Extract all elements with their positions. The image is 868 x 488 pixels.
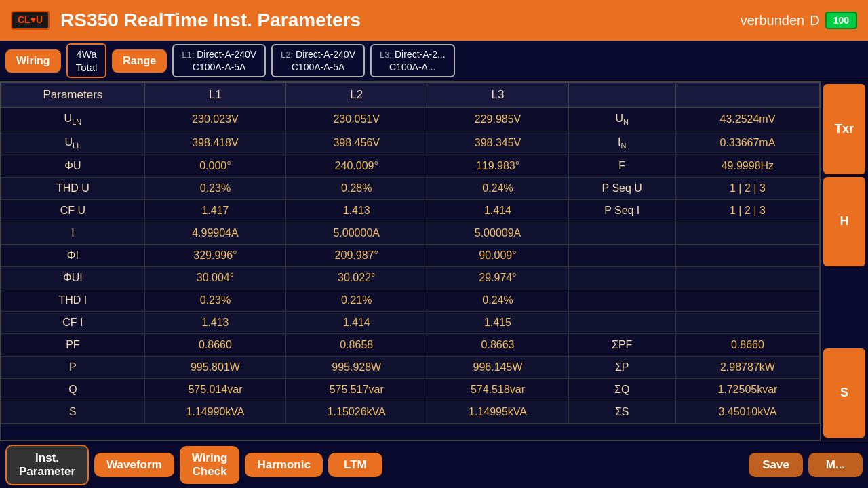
s-button[interactable]: S: [823, 348, 865, 439]
table-row: S 1.14990kVA 1.15026kVA 1.14995kVA ΣS 3.…: [1, 401, 820, 424]
param-name: ΦUI: [1, 267, 145, 289]
l2-channel-box: L2: Direct-A-240V C100A-A-5A: [271, 44, 365, 77]
col-l2: L2: [286, 83, 427, 108]
extra-value: [675, 312, 819, 334]
table-row: ΦI 329.996° 209.987° 90.009°: [1, 245, 820, 267]
l2-value-line2: C100A-A-5A: [292, 62, 345, 73]
table-body: ULN 230.023V 230.051V 229.985V UN 43.252…: [1, 108, 820, 424]
right-panel: Txr H S: [821, 81, 868, 441]
param-name: ULN: [1, 108, 145, 131]
table-row: THD I 0.23% 0.21% 0.24%: [1, 289, 820, 312]
extra-value: 49.9998Hz: [675, 155, 819, 178]
extra-label: P Seq I: [568, 200, 675, 222]
param-name: Q: [1, 379, 145, 401]
col-parameters: Parameters: [1, 83, 145, 108]
table-row: ULN 230.023V 230.051V 229.985V UN 43.252…: [1, 108, 820, 131]
param-name: I: [1, 222, 145, 245]
l2-value: 1.15026kVA: [286, 401, 427, 424]
l1-value: 1.14990kVA: [144, 401, 285, 424]
more-button[interactable]: M...: [808, 453, 863, 477]
l1-channel-box: L1: Direct-A-240V C100A-A-5A: [172, 44, 266, 77]
l2-value: 5.00000A: [286, 222, 427, 245]
txr-button[interactable]: Txr: [823, 84, 865, 174]
extra-value: 0.8660: [675, 334, 819, 357]
l3-value: 29.974°: [427, 267, 568, 289]
l1-value-line2: C100A-A-5A: [193, 62, 246, 73]
table-row: THD U 0.23% 0.28% 0.24% P Seq U 1 | 2 | …: [1, 178, 820, 200]
battery-indicator: 100: [825, 12, 857, 29]
l1-value: 0.23%: [144, 178, 285, 200]
l1-value: 4.99904A: [144, 222, 285, 245]
table-row: CF U 1.417 1.413 1.414 P Seq I 1 | 2 | 3: [1, 200, 820, 222]
table-row: P 995.801W 995.928W 996.145W ΣP 2.98787k…: [1, 357, 820, 379]
l3-value: 5.00009A: [427, 222, 568, 245]
l1-value: 30.004°: [144, 267, 285, 289]
ltm-button[interactable]: LTM: [328, 453, 382, 477]
l1-value: 230.023V: [144, 108, 285, 131]
l3-label: L3:: [380, 49, 392, 60]
l3-value: 0.8663: [427, 334, 568, 357]
extra-label: ΣQ: [568, 379, 675, 401]
extra-value: [675, 289, 819, 312]
l1-value: 0.23%: [144, 289, 285, 312]
col-l3: L3: [427, 83, 568, 108]
col-l1: L1: [144, 83, 285, 108]
l1-label: L1:: [182, 49, 194, 60]
extra-value: 2.98787kW: [675, 357, 819, 379]
l2-value: 995.928W: [286, 357, 427, 379]
toolbar: Wiring 4Wa Total Range L1: Direct-A-240V…: [0, 41, 868, 81]
l1-value: 1.413: [144, 312, 285, 334]
l3-value: 1.415: [427, 312, 568, 334]
l3-value: 0.24%: [427, 289, 568, 312]
l1-value: 329.996°: [144, 245, 285, 267]
l1-value-line1: Direct-A-240V: [197, 49, 256, 60]
l1-value: 0.000°: [144, 155, 285, 178]
l3-value: 0.24%: [427, 178, 568, 200]
l2-value: 209.987°: [286, 245, 427, 267]
l1-value: 995.801W: [144, 357, 285, 379]
extra-label: [568, 222, 675, 245]
l2-value: 230.051V: [286, 108, 427, 131]
app-logo: CL♥U: [11, 11, 50, 29]
inst-param-button[interactable]: Inst.Parameter: [5, 445, 89, 485]
mode-line2: Total: [76, 61, 98, 75]
extra-value: 3.45010kVA: [675, 401, 819, 424]
l2-value: 398.456V: [286, 131, 427, 155]
l3-value: 90.009°: [427, 245, 568, 267]
wiring-check-button[interactable]: WiringCheck: [180, 446, 240, 484]
extra-label: IN: [568, 131, 675, 155]
wiring-button[interactable]: Wiring: [5, 49, 61, 73]
extra-value: 0.33667mA: [675, 131, 819, 155]
l2-value: 0.21%: [286, 289, 427, 312]
save-button[interactable]: Save: [749, 453, 803, 477]
extra-value: [675, 222, 819, 245]
extra-value: 1.72505kvar: [675, 379, 819, 401]
param-name: S: [1, 401, 145, 424]
table-row: PF 0.8660 0.8658 0.8663 ΣPF 0.8660: [1, 334, 820, 357]
logo-top: CL♥U: [18, 15, 43, 25]
connection-letter: D: [810, 13, 819, 28]
l3-value: 1.414: [427, 200, 568, 222]
l3-value: 119.983°: [427, 155, 568, 178]
extra-label: F: [568, 155, 675, 178]
extra-value: 1 | 2 | 3: [675, 178, 819, 200]
waveform-button[interactable]: Waveform: [94, 453, 174, 477]
table-row: ULL 398.418V 398.456V 398.345V IN 0.3366…: [1, 131, 820, 155]
range-button[interactable]: Range: [112, 49, 167, 73]
l2-value: 575.517var: [286, 379, 427, 401]
connection-status: verbunden D 100: [741, 12, 857, 29]
harmonic-button[interactable]: Harmonic: [245, 453, 322, 477]
param-name: ΦU: [1, 155, 145, 178]
h-button[interactable]: H: [823, 177, 865, 267]
l3-value: 229.985V: [427, 108, 568, 131]
header: CL♥U RS350 RealTime Inst. Parameters ver…: [0, 0, 868, 41]
param-name: P: [1, 357, 145, 379]
l3-value: 1.14995kVA: [427, 401, 568, 424]
param-name: THD U: [1, 178, 145, 200]
l2-label: L2:: [281, 49, 293, 60]
l3-value-line2: C100A-A...: [389, 62, 435, 73]
parameters-table: Parameters L1 L2 L3 ULN 230.023V 230.051…: [1, 82, 820, 424]
table-row: ΦU 0.000° 240.009° 119.983° F 49.9998Hz: [1, 155, 820, 178]
l3-value: 574.518var: [427, 379, 568, 401]
col-value: [675, 83, 819, 108]
